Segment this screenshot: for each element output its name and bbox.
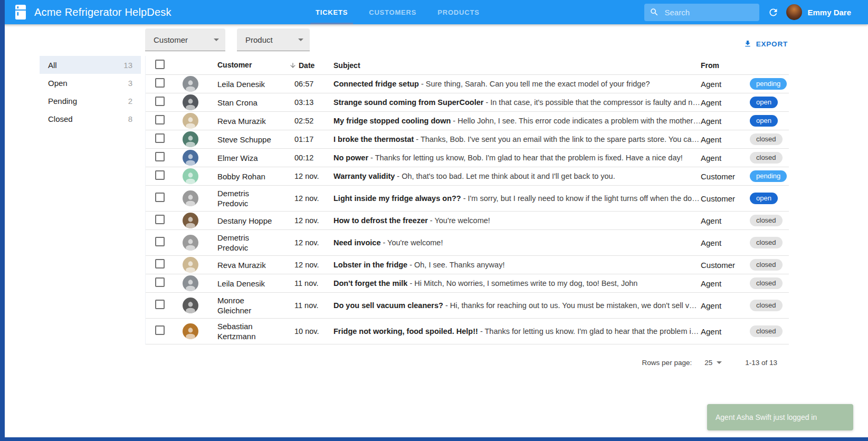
refresh-button[interactable] [768,7,779,18]
ticket-row[interactable]: Reva Murazik 02:52 My fridge stopped coo… [146,112,789,130]
status-badge: closed [750,133,783,145]
customer-avatar [183,190,198,206]
customer-avatar [183,76,198,92]
customer-name: Reva Murazik [214,257,286,273]
ticket-date: 10 nov. [286,327,328,335]
row-checkbox[interactable] [155,300,165,309]
row-checkbox[interactable] [155,170,165,180]
ticket-subject: Warranty validity- Oh, that's too bad. L… [328,172,701,180]
chevron-down-icon [717,361,722,364]
header-subject[interactable]: Subject [328,61,701,70]
ticket-subject: Connected fridge setup- Sure thing, Sara… [328,80,701,88]
app-bar: Acme Refrigerator HelpDesk TICKETS CUSTO… [0,0,868,24]
row-checkbox[interactable] [155,78,165,88]
pagination-bar: Rows per page: 25 1-13 of 13 [145,359,789,367]
ticket-row[interactable]: Steve Schuppe 01:17 I broke the thermost… [146,130,789,149]
header-customer[interactable]: Customer [214,57,286,73]
status-badge: pending [750,170,787,182]
ticket-date: 11 nov. [286,279,328,287]
sidebar-item-count: 8 [128,114,132,123]
status-badge: closed [750,237,783,248]
row-checkbox[interactable] [155,215,165,224]
customer-avatar [183,298,198,313]
subject-snippet: - Oh, that's too bad. Let me think about… [397,172,615,180]
row-checkbox[interactable] [155,325,165,335]
subject-title: Don't forget the milk [333,279,407,287]
ticket-row[interactable]: Monroe Gleichner 11 nov. Do you sell vac… [146,293,789,319]
export-button[interactable]: EXPORT [742,36,789,51]
ticket-from: Agent [701,135,747,144]
ticket-row[interactable]: Stan Crona 03:13 Strange sound coming fr… [146,93,789,112]
tab-tickets[interactable]: TICKETS [305,0,358,24]
customer-name: Demetris Predovic [214,186,286,211]
product-filter-select[interactable]: Product [237,28,310,51]
ticket-subject: No power- Thanks for letting us know, Bo… [328,154,701,162]
search-input[interactable] [664,8,749,17]
subject-snippet: - Thanks for letting us know. I'm glad t… [480,327,701,335]
ticket-row[interactable]: Destany Hoppe 12 nov. How to defrost the… [146,212,789,230]
ticket-row[interactable]: Demetris Predovic 12 nov. Light inside m… [146,186,789,212]
ticket-row[interactable]: Leila Denesik 11 nov. Don't forget the m… [146,274,789,293]
sidebar-item-open[interactable]: Open 3 [40,74,141,92]
tab-customers[interactable]: CUSTOMERS [358,0,427,24]
row-checkbox[interactable] [155,97,165,106]
window-edge-left [0,0,5,441]
customer-avatar [183,131,198,147]
ticket-row[interactable]: Demetris Predovic 12 nov. Need invoice- … [146,230,789,256]
ticket-row[interactable]: Leila Denesik 06:57 Connected fridge set… [146,75,789,93]
ticket-subject: Fridge not working, food spoiled. Help!!… [328,327,701,335]
sidebar-item-closed[interactable]: Closed 8 [40,110,141,128]
search-box[interactable] [644,4,759,21]
user-avatar [786,4,802,20]
ticket-subject: Light inside my fridge always on??- I'm … [328,194,701,203]
status-badge: open [750,97,778,108]
ticket-row[interactable]: Sebastian Kertzmann 10 nov. Fridge not w… [146,319,789,344]
ticket-date: 03:13 [286,98,328,107]
rows-per-page-select[interactable]: 25 [704,359,722,367]
sidebar-item-pending[interactable]: Pending 2 [40,92,141,110]
ticket-row[interactable]: Bobby Rohan 12 nov. Warranty validity- O… [146,167,789,186]
ticket-from: Agent [701,301,747,310]
customer-avatar [183,275,198,291]
customer-filter-select[interactable]: Customer [145,28,225,51]
customer-name: Sebastian Kertzmann [214,319,286,344]
subject-title: Connected fridge setup [333,80,419,88]
app-title: Acme Refrigerator HelpDesk [34,6,171,18]
row-checkbox[interactable] [155,152,165,161]
ticket-from: Agent [701,238,747,247]
ticket-subject: Strange sound coming from SuperCooler- I… [328,98,701,107]
ticket-row[interactable]: Reva Murazik 12 nov. Lobster in the frid… [146,256,789,274]
ticket-from: Agent [701,98,747,107]
row-checkbox[interactable] [155,115,165,124]
status-badge: open [750,193,778,204]
toast-message: Agent Asha Swift just logged in [716,413,817,421]
header-from[interactable]: From [701,61,747,70]
chevron-down-icon [298,39,303,41]
ticket-subject: Do you sell vacuum cleaners?- Hi, thanks… [328,301,701,310]
ticket-from: Agent [701,117,747,126]
ticket-from: Agent [701,279,747,288]
customer-name: Bobby Rohan [214,169,286,184]
table-header-row: Customer Date Subject From [146,56,789,75]
ticket-date: 12 nov. [286,238,328,247]
ticket-row[interactable]: Elmer Wiza 00:12 No power- Thanks for le… [146,149,789,167]
tab-products[interactable]: PRODUCTS [427,0,490,24]
sidebar-item-all[interactable]: All 13 [40,56,141,74]
row-checkbox[interactable] [155,277,165,287]
ticket-date: 12 nov. [286,216,328,225]
row-checkbox[interactable] [155,237,165,246]
subject-title: No power [333,154,368,162]
tickets-table: Customer Date Subject From Leila Denesik… [145,56,789,344]
ticket-from: Agent [701,154,747,162]
user-menu[interactable]: Emmy Dare [786,4,851,20]
select-all-checkbox[interactable] [155,60,165,69]
row-checkbox[interactable] [155,193,165,202]
ticket-date: 12 nov. [286,194,328,203]
subject-title: Lobster in the fridge [333,261,407,269]
tickets-main: Customer Product EXPORT Customer [145,24,789,367]
subject-title: Strange sound coming from SuperCooler [333,98,483,107]
row-checkbox[interactable] [155,133,165,143]
header-date[interactable]: Date [286,61,328,70]
row-checkbox[interactable] [155,259,165,269]
active-tab-indicator [310,23,353,24]
